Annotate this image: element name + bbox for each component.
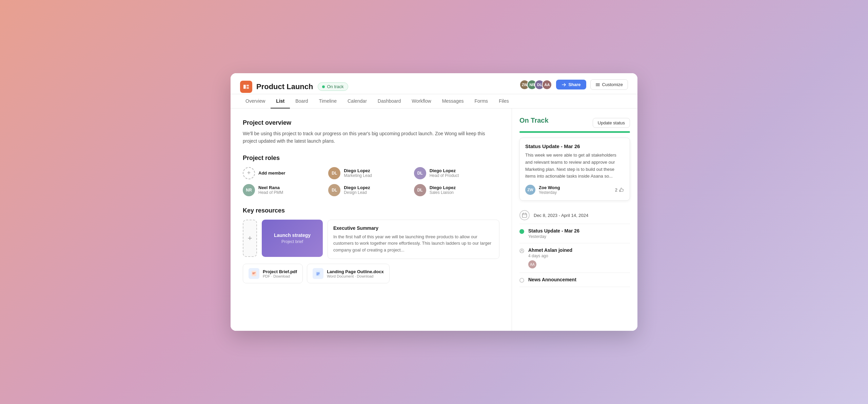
role-name-design-lead: Diego Lopez [344,185,370,190]
header: Product Launch On track ZW NR DL AA Shar… [231,73,637,94]
role-title-head-of-product: Head of Product [430,173,459,178]
role-info-design-lead: Diego Lopez Design Lead [344,185,370,195]
main-content: Project overview We'll be using this pro… [231,108,637,331]
tab-dashboard[interactable]: Dashboard [372,94,407,108]
add-member-item[interactable]: + Add member [243,167,328,179]
role-item-design-lead: DL Diego Lopez Design Lead [328,184,414,196]
tab-files[interactable]: Files [493,94,514,108]
tab-timeline[interactable]: Timeline [314,94,342,108]
share-button[interactable]: Share [556,80,586,89]
progress-bar [519,131,630,133]
docx-file-meta: Word Document · Download [327,274,384,278]
role-info-marketing-lead: Diego Lopez Marketing Lead [344,168,372,178]
status-author-name: Zoe Wong [539,185,560,190]
status-author-avatar: ZW [525,185,535,195]
activity-time-ahmet: 4 days ago [528,254,630,258]
tab-calendar[interactable]: Calendar [342,94,372,108]
role-name-marketing-lead: Diego Lopez [344,168,372,173]
tab-list[interactable]: List [271,94,290,108]
left-panel: Project overview We'll be using this pro… [231,108,512,331]
timeline-row: Dec 8, 2023 - April 14, 2024 [519,207,630,224]
right-panel: On Track Update status Status Update - M… [512,108,637,331]
add-member-label: Add member [258,170,285,176]
key-resources-section: Key resources + Launch strategy Project … [243,207,499,284]
launch-strategy-title: Launch strategy [274,233,311,238]
status-author: ZW Zoe Wong Yesterday [525,185,560,195]
pdf-file-meta: PDF · Download [263,274,297,278]
launch-strategy-subtitle: Project brief [281,239,303,244]
share-icon [561,82,566,87]
roles-grid: + Add member DL Diego Lopez Marketing Le… [243,167,499,196]
likes-count: 2 [615,187,617,193]
tab-workflow[interactable]: Workflow [406,94,436,108]
role-avatar-marketing-lead: DL [328,167,340,179]
nav-tabs: Overview List Board Timeline Calendar Da… [231,94,637,108]
role-title-sales-liaison: Sales Liaison [430,190,456,195]
role-title-marketing-lead: Marketing Lead [344,173,372,178]
project-overview-desc: We'll be using this project to track our… [243,130,499,145]
tab-overview[interactable]: Overview [240,94,271,108]
role-name-sales-liaison: Diego Lopez [430,185,456,190]
file-items: Project Brief.pdf PDF · Download Landing… [243,264,499,283]
role-title-head-of-pmm: Head of PMM [258,190,283,195]
role-avatar-sales-liaison: DL [414,184,426,196]
on-track-badge: On track [318,82,348,91]
executive-summary-title: Executive Summary [333,225,494,231]
executive-summary-card[interactable]: Executive Summary In the first half of t… [328,220,499,259]
role-info-head-of-pmm: Neel Rana Head of PMM [258,185,283,195]
svg-rect-4 [596,84,600,85]
activity-ahmet-joined: Ahmet Aslan joined 4 days ago AA [519,243,630,273]
customize-icon [595,82,600,87]
file-item-docx[interactable]: Landing Page Outline.docx Word Document … [307,264,390,283]
status-author-time: Yesterday [539,190,560,195]
project-roles-section: Project roles + Add member DL Diego Lope… [243,155,499,196]
tab-forms[interactable]: Forms [469,94,493,108]
on-track-title: On Track [519,117,549,124]
avatars-group: ZW NR DL AA [519,80,552,90]
add-resource-button[interactable]: + [243,220,257,257]
app-window: Product Launch On track ZW NR DL AA Shar… [231,73,637,331]
role-item-head-of-product: DL Diego Lopez Head of Product [414,167,499,179]
svg-rect-8 [522,214,527,218]
role-name-head-of-product: Diego Lopez [430,168,459,173]
update-status-button[interactable]: Update status [593,118,630,128]
header-right: ZW NR DL AA Share Customize [519,79,628,94]
status-update-card: Status Update - Mar 26 This week we were… [519,138,630,201]
app-icon [240,81,252,93]
project-roles-title: Project roles [243,155,499,162]
role-item-sales-liaison: DL Diego Lopez Sales Liaison [414,184,499,196]
activity-status-update: Status Update - Mar 26 Yesterday [519,224,630,243]
role-avatar-design-lead: DL [328,184,340,196]
svg-rect-0 [243,85,246,89]
status-likes: 2 [615,187,624,193]
svg-rect-1 [246,85,249,86]
role-item-head-of-pmm: NR Neel Rana Head of PMM [243,184,328,196]
docx-file-info: Landing Page Outline.docx Word Document … [327,269,384,278]
activity-time-status: Yesterday [528,234,630,239]
launch-strategy-card[interactable]: Launch strategy Project brief [262,220,323,257]
status-dot [322,85,325,88]
file-item-pdf[interactable]: Project Brief.pdf PDF · Download [243,264,303,283]
activity-title-ahmet: Ahmet Aslan joined [528,247,630,253]
status-author-info: Zoe Wong Yesterday [539,185,560,195]
role-title-design-lead: Design Lead [344,190,370,195]
tab-board[interactable]: Board [290,94,313,108]
thumbs-up-icon [619,187,624,193]
role-avatar-head-of-pmm: NR [243,184,255,196]
activity-dot-green [519,229,524,234]
add-member-label-container: Add member [258,170,285,176]
calendar-icon [519,210,530,220]
status-card-title: Status Update - Mar 26 [525,143,624,149]
tab-messages[interactable]: Messages [437,94,469,108]
key-resources-title: Key resources [243,207,499,214]
activity-dot-empty [519,278,524,283]
activity-title-news: News Announcement [528,277,630,282]
share-label: Share [568,82,580,87]
status-badge-text: On track [327,84,343,89]
pdf-file-name: Project Brief.pdf [263,269,297,274]
customize-button[interactable]: Customize [590,79,628,90]
add-member-icon[interactable]: + [243,167,255,179]
svg-rect-6 [252,271,256,276]
role-info-head-of-product: Diego Lopez Head of Product [430,168,459,178]
customize-label: Customize [602,82,623,87]
